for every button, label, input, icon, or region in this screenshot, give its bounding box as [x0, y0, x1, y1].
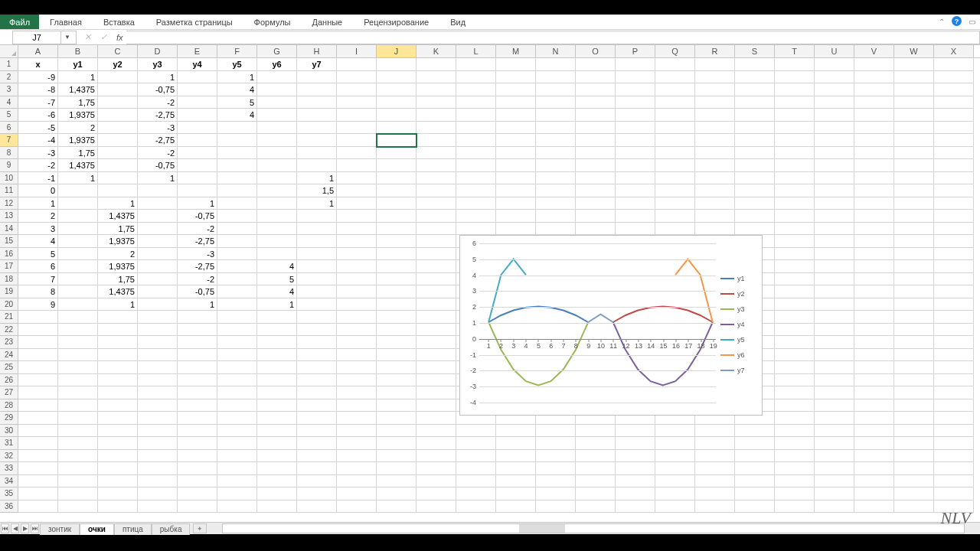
cell[interactable] — [58, 462, 98, 475]
cell[interactable] — [178, 374, 217, 387]
cell[interactable] — [775, 71, 815, 84]
cell[interactable] — [775, 109, 815, 122]
cell[interactable] — [178, 336, 217, 349]
cell[interactable] — [775, 223, 815, 236]
cell[interactable] — [934, 134, 974, 147]
cell[interactable] — [456, 500, 496, 514]
cell[interactable] — [775, 58, 815, 71]
cell[interactable] — [894, 361, 934, 374]
cell[interactable] — [854, 223, 894, 236]
cell[interactable] — [178, 134, 217, 147]
cell[interactable] — [775, 83, 815, 96]
cell[interactable] — [496, 147, 536, 160]
cell[interactable] — [138, 386, 178, 399]
cell[interactable] — [337, 83, 377, 96]
cell[interactable] — [775, 159, 815, 172]
cell[interactable] — [655, 147, 695, 160]
cell[interactable] — [576, 83, 616, 96]
cell[interactable]: 6 — [18, 260, 58, 273]
cell[interactable] — [815, 223, 854, 236]
cell[interactable] — [735, 462, 775, 475]
cell[interactable]: 1,75 — [58, 96, 98, 109]
cell[interactable] — [496, 437, 536, 450]
cell[interactable] — [576, 462, 616, 475]
cell[interactable] — [377, 475, 416, 488]
cell[interactable]: 4 — [217, 109, 257, 122]
cell[interactable]: -0,75 — [138, 159, 178, 172]
cell[interactable] — [655, 437, 695, 450]
cell[interactable] — [58, 298, 98, 311]
cell[interactable] — [815, 475, 854, 488]
cell[interactable] — [815, 285, 854, 298]
cell[interactable] — [257, 109, 297, 122]
cell[interactable] — [377, 122, 416, 135]
cell[interactable] — [854, 437, 894, 450]
cell[interactable] — [536, 475, 576, 488]
cell[interactable] — [178, 425, 217, 438]
cell[interactable] — [934, 324, 974, 337]
cell[interactable] — [257, 147, 297, 160]
cell[interactable] — [297, 248, 337, 261]
cell[interactable] — [178, 412, 217, 425]
row-header[interactable]: 4 — [0, 96, 18, 109]
cell[interactable] — [416, 273, 456, 286]
cell[interactable] — [894, 184, 934, 197]
cell[interactable] — [815, 336, 854, 349]
cell[interactable] — [655, 197, 695, 210]
cell[interactable]: 7 — [18, 273, 58, 286]
cell[interactable] — [178, 450, 217, 463]
cell[interactable]: 1,4375 — [58, 83, 98, 96]
cell[interactable]: -8 — [18, 83, 58, 96]
cell[interactable] — [297, 260, 337, 273]
cell[interactable] — [536, 223, 576, 236]
cell[interactable] — [138, 412, 178, 425]
cell[interactable] — [416, 58, 456, 71]
row-header[interactable]: 25 — [0, 361, 18, 374]
cell[interactable] — [98, 349, 138, 362]
row-header[interactable]: 34 — [0, 475, 18, 488]
cell[interactable] — [934, 172, 974, 185]
cell[interactable] — [58, 437, 98, 450]
cell[interactable]: -0,75 — [178, 210, 217, 223]
cell[interactable] — [456, 122, 496, 135]
cell[interactable] — [775, 500, 815, 514]
cell[interactable] — [178, 361, 217, 374]
cell[interactable] — [695, 109, 735, 122]
cell[interactable] — [138, 462, 178, 475]
cell[interactable] — [894, 273, 934, 286]
cell[interactable] — [894, 412, 934, 425]
cell[interactable]: 1 — [297, 197, 337, 210]
cell[interactable] — [416, 487, 456, 500]
cell[interactable] — [934, 109, 974, 122]
cell[interactable] — [775, 349, 815, 362]
cell[interactable] — [178, 172, 217, 185]
cell[interactable]: 1 — [98, 298, 138, 311]
cell[interactable] — [735, 96, 775, 109]
cell[interactable] — [58, 450, 98, 463]
cell[interactable] — [178, 96, 217, 109]
cell[interactable] — [894, 285, 934, 298]
cell[interactable]: 1,75 — [58, 147, 98, 160]
cell[interactable] — [775, 122, 815, 135]
cell[interactable] — [735, 83, 775, 96]
cell[interactable] — [934, 437, 974, 450]
cell[interactable]: 1,75 — [98, 223, 138, 236]
cell[interactable] — [416, 475, 456, 488]
cell[interactable] — [138, 500, 178, 514]
cell[interactable]: y3 — [138, 58, 178, 71]
sheet-tab[interactable]: птица — [114, 523, 152, 535]
cell[interactable] — [337, 58, 377, 71]
row-header[interactable]: 26 — [0, 374, 18, 387]
cell[interactable] — [257, 500, 297, 514]
cell[interactable]: 8 — [18, 285, 58, 298]
cell[interactable] — [735, 71, 775, 84]
cell[interactable]: -5 — [18, 122, 58, 135]
cell[interactable] — [815, 122, 854, 135]
cell[interactable] — [934, 210, 974, 223]
cell[interactable] — [58, 425, 98, 438]
cell[interactable] — [18, 475, 58, 488]
cell[interactable] — [576, 134, 616, 147]
row-header[interactable]: 35 — [0, 487, 18, 500]
cell[interactable] — [894, 500, 934, 514]
cell[interactable] — [616, 122, 655, 135]
